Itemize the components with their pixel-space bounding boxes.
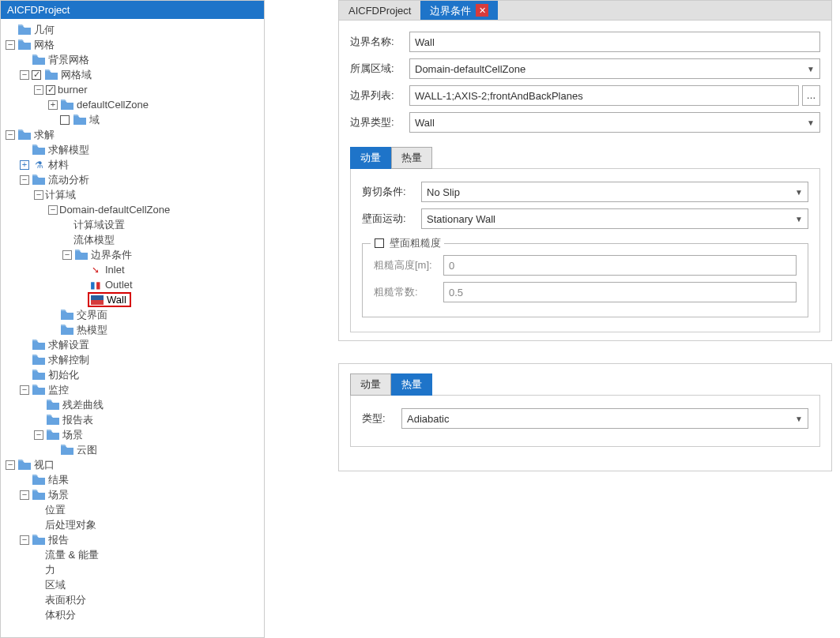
folder-icon (61, 445, 73, 455)
wall-icon (91, 295, 104, 306)
tab-heat-2[interactable]: 热量 (391, 373, 432, 396)
collapse-icon[interactable]: − (20, 490, 29, 500)
project-tree-panel: AICFDProject 几何 − 网格 背景网格 − ✓ 网格域 (0, 0, 265, 638)
tree-item-mesh[interactable]: − 网格 (2, 37, 264, 52)
tree-label: 结果 (48, 473, 69, 487)
boundary-list-input[interactable] (409, 85, 799, 106)
tree-item-scene2[interactable]: − 场景 (2, 487, 264, 502)
checkbox-icon[interactable] (60, 115, 70, 125)
tree-item-volume-integral[interactable]: 体积分 (2, 607, 264, 622)
tree-item-flow-analysis[interactable]: − 流动分析 (2, 172, 264, 187)
close-icon[interactable]: ✕ (476, 4, 488, 17)
rough-height-label: 粗糙高度[m]: (374, 258, 443, 272)
tree-label: 热模型 (77, 323, 107, 337)
chevron-down-icon: ▼ (795, 415, 803, 423)
tree-item-geometry[interactable]: 几何 (2, 22, 264, 37)
folder-icon (73, 114, 86, 125)
boundary-name-label: 边界名称: (350, 35, 409, 49)
tree-item-force[interactable]: 力 (2, 562, 264, 577)
tree-item-interface[interactable]: 交界面 (2, 307, 264, 322)
checkbox-icon[interactable]: ✓ (46, 85, 55, 95)
inlet-icon: ➘ (89, 265, 102, 276)
rough-const-input[interactable] (443, 282, 797, 302)
tree-item-wall[interactable]: Wall (2, 292, 264, 307)
folder-icon (32, 490, 45, 500)
boundary-type-select[interactable]: Wall ▼ (409, 112, 820, 133)
tree-item-monitor[interactable]: − 监控 (2, 382, 264, 397)
boundary-name-input[interactable] (409, 32, 820, 52)
tree-item-outlet[interactable]: ▮▮ Outlet (2, 277, 264, 292)
tree-item-fluid-model[interactable]: 流体模型 (2, 232, 264, 247)
tree-item-bg-mesh[interactable]: 背景网格 (2, 52, 264, 67)
tree-item-cloud[interactable]: 云图 (2, 442, 264, 457)
tree-item-default-zone[interactable]: + defaultCellZone (2, 97, 264, 112)
heat-type-label: 类型: (362, 411, 401, 426)
tree-item-result[interactable]: 结果 (2, 472, 264, 487)
tree-item-domain-default[interactable]: − Domain-defaultCellZone (2, 202, 264, 217)
folder-icon (18, 24, 31, 35)
roughness-checkbox[interactable] (375, 238, 384, 248)
tree-item-solve-settings[interactable]: 求解设置 (2, 337, 264, 352)
tree-item-scene-top[interactable]: − 场景 (2, 427, 264, 442)
tab-project[interactable]: AICFDProject (339, 1, 420, 20)
tree-item-surface-integral[interactable]: 表面积分 (2, 592, 264, 607)
tree-item-residual[interactable]: 残差曲线 (2, 397, 264, 412)
collapse-icon[interactable]: − (48, 205, 58, 215)
wall-motion-select[interactable]: Stationary Wall ▼ (421, 208, 808, 229)
tree-item-region[interactable]: 区域 (2, 577, 264, 592)
tree-item-compute-settings[interactable]: 计算域设置 (2, 217, 264, 232)
tree-item-solve-model[interactable]: 求解模型 (2, 142, 264, 157)
collapse-icon[interactable]: − (20, 175, 29, 185)
tree-item-report-table[interactable]: 报告表 (2, 412, 264, 427)
browse-button[interactable]: … (802, 85, 820, 106)
tree-item-flow-energy[interactable]: 流量 & 能量 (2, 547, 264, 562)
collapse-icon[interactable]: − (6, 460, 15, 470)
tree-label: 力 (45, 563, 55, 577)
heat-type-select[interactable]: Adiabatic ▼ (401, 408, 808, 429)
collapse-icon[interactable]: − (6, 40, 15, 50)
tree-item-postproc[interactable]: 后处理对象 (2, 517, 264, 532)
expand-icon[interactable]: + (48, 100, 58, 110)
collapse-icon[interactable]: − (62, 250, 72, 260)
collapse-icon[interactable]: − (20, 70, 29, 80)
tree-item-inlet[interactable]: ➘ Inlet (2, 262, 264, 277)
rough-height-input[interactable] (443, 255, 797, 276)
collapse-icon[interactable]: − (20, 385, 29, 395)
tree-item-mesh-domain[interactable]: − ✓ 网格域 (2, 67, 264, 82)
tree-item-viewport[interactable]: − 视口 (2, 457, 264, 472)
tree-item-burner[interactable]: − ✓ burner (2, 82, 264, 97)
tab-heat[interactable]: 热量 (391, 147, 432, 169)
chevron-down-icon: ▼ (807, 118, 815, 127)
collapse-icon[interactable]: − (20, 535, 29, 545)
tab-momentum-2[interactable]: 动量 (350, 373, 391, 396)
tree-label: 表面积分 (45, 593, 86, 607)
tree-label: 域 (89, 113, 100, 127)
tree-label: 材料 (48, 158, 69, 172)
collapse-icon[interactable]: − (34, 430, 43, 440)
expand-icon[interactable]: + (20, 160, 29, 170)
tree-item-position[interactable]: 位置 (2, 502, 264, 517)
tree-item-compute-domain[interactable]: − 计算域 (2, 187, 264, 202)
tab-boundary-condition[interactable]: 边界条件 ✕ (420, 1, 498, 20)
tab-momentum[interactable]: 动量 (350, 147, 391, 169)
region-select[interactable]: Domain-defaultCellZone ▼ (409, 58, 820, 79)
tree-label: 网格域 (61, 68, 92, 82)
tree-item-init[interactable]: 初始化 (2, 367, 264, 382)
tree-item-heat-model[interactable]: 热模型 (2, 322, 264, 337)
tree-item-domain-child[interactable]: 域 (2, 112, 264, 127)
tree-item-report[interactable]: − 报告 (2, 532, 264, 547)
tree-item-bc[interactable]: − 边界条件 (2, 247, 264, 262)
tree-label: 视口 (34, 458, 55, 472)
checkbox-icon[interactable]: ✓ (32, 70, 41, 80)
collapse-icon[interactable]: − (34, 190, 43, 200)
shear-select[interactable]: No Slip ▼ (421, 182, 808, 202)
collapse-icon[interactable]: − (34, 85, 43, 95)
tree-label: 求解控制 (48, 353, 89, 367)
folder-icon (61, 99, 73, 110)
folder-icon (32, 370, 45, 380)
folder-icon (75, 250, 88, 260)
collapse-icon[interactable]: − (6, 130, 15, 140)
tree-item-solve-control[interactable]: 求解控制 (2, 352, 264, 367)
tree-item-solve[interactable]: − 求解 (2, 127, 264, 142)
tree-item-materials[interactable]: + ⚗ 材料 (2, 157, 264, 172)
